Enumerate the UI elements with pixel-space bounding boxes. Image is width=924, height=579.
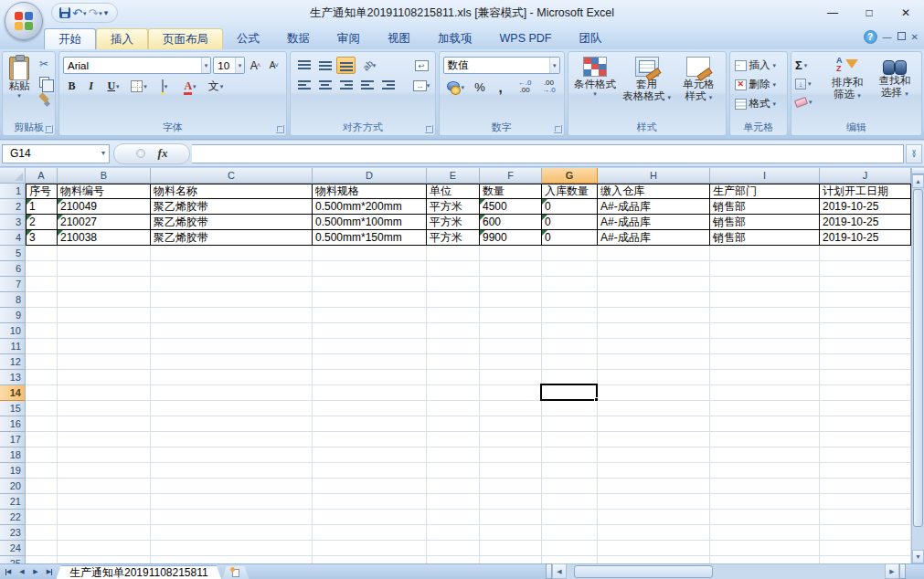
row-header-12[interactable]: 12 [0, 354, 26, 370]
align-top-button[interactable] [294, 57, 313, 74]
cell-I16[interactable] [710, 416, 820, 432]
increase-indent-button[interactable] [378, 77, 398, 94]
font-name-combo[interactable]: Arial ▾ [63, 57, 211, 74]
cell-J12[interactable] [820, 354, 911, 370]
column-header-I[interactable]: I [710, 168, 820, 184]
cell-H24[interactable] [598, 541, 710, 556]
cell-H20[interactable] [598, 479, 710, 494]
row-header-8[interactable]: 8 [0, 292, 26, 308]
cell-E16[interactable] [427, 416, 480, 432]
cell-J8[interactable] [820, 292, 911, 308]
number-format-combo[interactable]: 数值 ▾ [443, 57, 560, 74]
insert-cells-button[interactable]: 插入 ▾ [732, 57, 785, 74]
cell-A6[interactable] [26, 261, 58, 277]
row-header-24[interactable]: 24 [0, 541, 26, 556]
horizontal-split-handle[interactable] [899, 563, 906, 579]
cell-C14[interactable] [151, 385, 313, 401]
align-center-button[interactable] [315, 77, 335, 94]
insert-function-button[interactable]: fx [158, 146, 168, 161]
ribbon-tab-加载项[interactable]: 加载项 [424, 28, 486, 49]
cell-D22[interactable] [313, 510, 427, 525]
cell-C4[interactable]: 聚乙烯胶带 [151, 230, 313, 246]
cell-B20[interactable] [58, 479, 151, 494]
cell-H21[interactable] [598, 494, 710, 510]
window-maximize-button[interactable]: □ [851, 0, 887, 26]
column-header-G[interactable]: G [542, 168, 598, 184]
cell-G8[interactable] [542, 292, 598, 308]
ribbon-tab-公式[interactable]: 公式 [223, 28, 273, 49]
cell-J2[interactable]: 2019-10-25 [820, 199, 911, 215]
cell-B1[interactable]: 物料编号 [58, 184, 151, 199]
cell-J16[interactable] [820, 416, 911, 432]
cell-C15[interactable] [151, 401, 313, 416]
window-minimize-button[interactable]: — [814, 0, 851, 26]
row-header-4[interactable]: 4 [0, 230, 26, 246]
find-select-button[interactable]: 查找和 选择 ▾ [872, 55, 918, 122]
cell-I13[interactable] [710, 370, 820, 385]
horizontal-scroll-track[interactable] [567, 563, 885, 579]
cell-D20[interactable] [313, 479, 427, 494]
row-header-9[interactable]: 9 [0, 308, 26, 323]
cell-D2[interactable]: 0.500mm*200mm [313, 199, 427, 215]
cell-E19[interactable] [427, 463, 480, 479]
cell-J19[interactable] [820, 463, 911, 479]
cell-A10[interactable] [26, 323, 58, 339]
cell-E14[interactable] [427, 385, 480, 401]
cell-C25[interactable] [151, 556, 313, 563]
cell-D14[interactable] [313, 385, 427, 401]
row-header-1[interactable]: 1 [0, 184, 26, 199]
tab-split-handle[interactable] [546, 563, 552, 579]
cell-G5[interactable] [542, 246, 598, 261]
cell-J3[interactable]: 2019-10-25 [820, 215, 911, 230]
cell-H12[interactable] [598, 354, 710, 370]
cell-I20[interactable] [710, 479, 820, 494]
name-box[interactable]: G14 ▾ [2, 144, 110, 163]
copy-button[interactable] [35, 73, 53, 90]
autosum-button[interactable]: Σ▾ [793, 57, 823, 74]
cell-C8[interactable] [151, 292, 313, 308]
increase-decimal-button[interactable]: ←.0 .00 [514, 78, 536, 96]
cell-E17[interactable] [427, 432, 480, 447]
ribbon-tab-WPS PDF[interactable]: WPS PDF [486, 28, 566, 49]
ribbon-tab-插入[interactable]: 插入 [96, 28, 148, 49]
cell-A5[interactable] [26, 246, 58, 261]
row-header-10[interactable]: 10 [0, 323, 26, 339]
cell-C23[interactable] [151, 525, 313, 541]
cell-J1[interactable]: 计划开工日期 [820, 184, 911, 199]
cell-J6[interactable] [820, 261, 911, 277]
italic-button[interactable]: I [82, 78, 100, 95]
cell-D21[interactable] [313, 494, 427, 510]
cell-I21[interactable] [710, 494, 820, 510]
cell-G2[interactable]: 0 [542, 199, 598, 215]
cell-E13[interactable] [427, 370, 480, 385]
align-left-button[interactable] [294, 77, 313, 94]
cell-J4[interactable]: 2019-10-25 [820, 230, 911, 246]
cell-A22[interactable] [26, 510, 58, 525]
cell-E10[interactable] [427, 323, 480, 339]
cell-J22[interactable] [820, 510, 911, 525]
cell-E7[interactable] [427, 277, 480, 292]
row-header-19[interactable]: 19 [0, 463, 26, 479]
cell-C20[interactable] [151, 479, 313, 494]
cell-J14[interactable] [820, 385, 911, 401]
fill-color-button[interactable]: ▾ [153, 78, 176, 95]
row-header-3[interactable]: 3 [0, 215, 26, 230]
cell-F4[interactable]: 9900 [480, 230, 542, 246]
cell-J25[interactable] [820, 556, 911, 563]
merge-center-button[interactable]: ↔▾ [412, 77, 431, 94]
cell-C3[interactable]: 聚乙烯胶带 [151, 215, 313, 230]
cell-D5[interactable] [313, 246, 427, 261]
cell-E21[interactable] [427, 494, 480, 510]
comma-style-button[interactable]: , [491, 78, 510, 96]
cell-E24[interactable] [427, 541, 480, 556]
window-close-button[interactable]: ✕ [887, 0, 924, 26]
ribbon-tab-数据[interactable]: 数据 [273, 28, 324, 49]
shrink-font-button[interactable]: A˅ [266, 57, 282, 74]
cell-F3[interactable]: 600 [480, 215, 542, 230]
align-middle-button[interactable] [315, 57, 335, 74]
cell-H22[interactable] [598, 510, 710, 525]
cell-C17[interactable] [151, 432, 313, 447]
row-header-14[interactable]: 14 [0, 385, 26, 401]
cell-A11[interactable] [26, 339, 58, 354]
cell-F15[interactable] [480, 401, 542, 416]
